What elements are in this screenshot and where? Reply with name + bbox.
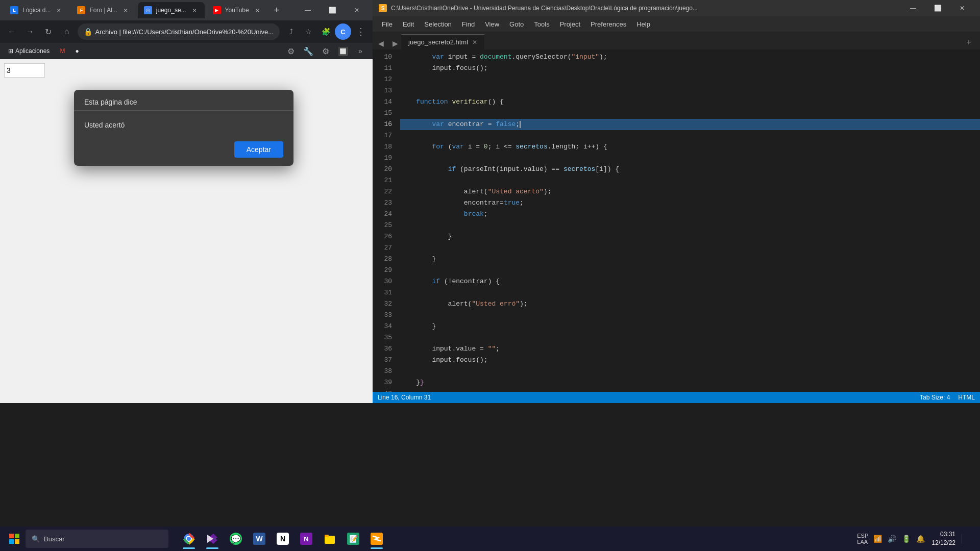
code-line-39[interactable]: }} bbox=[400, 377, 980, 388]
code-line-24[interactable]: break; bbox=[400, 209, 980, 220]
notifications-icon[interactable]: 🔔 bbox=[915, 534, 925, 544]
code-line-33[interactable] bbox=[400, 310, 980, 321]
tab-close-youtube[interactable]: ✕ bbox=[253, 6, 261, 14]
share-button[interactable]: ⤴ bbox=[283, 23, 299, 40]
editor-tab-close[interactable]: ✕ bbox=[472, 39, 477, 46]
editor-next-tab[interactable]: ▶ bbox=[389, 37, 401, 49]
bookmark-aplicaciones[interactable]: ⊞ Aplicaciones bbox=[4, 45, 54, 57]
code-line-37[interactable]: input.focus(); bbox=[400, 355, 980, 366]
browser-maximize-button[interactable]: ⬜ bbox=[321, 2, 344, 18]
volume-icon[interactable]: 🔊 bbox=[887, 534, 897, 544]
editor-close-button[interactable]: ✕ bbox=[950, 1, 974, 15]
tab-youtube[interactable]: ▶ YouTube ✕ bbox=[207, 2, 267, 18]
menu-button[interactable]: ⋮ bbox=[352, 23, 369, 40]
menu-find[interactable]: Find bbox=[457, 18, 480, 30]
menu-goto[interactable]: Goto bbox=[504, 18, 529, 30]
code-lines[interactable]: var input = document.querySelector("inpu… bbox=[398, 49, 980, 392]
code-line-18[interactable]: for (var i = 0; i <= secretos.length; i+… bbox=[400, 141, 980, 153]
menu-preferences[interactable]: Preferences bbox=[585, 18, 631, 30]
address-bar[interactable]: 🔒 Archivo | file:///C:/Users/Cristhian/O… bbox=[78, 23, 280, 40]
code-line-36[interactable]: input.value = ""; bbox=[400, 343, 980, 355]
bookmark-button[interactable]: ☆ bbox=[300, 23, 316, 40]
code-line-30[interactable]: if (!encontrar) { bbox=[400, 276, 980, 287]
code-line-16[interactable]: var encontrar = false; bbox=[400, 119, 980, 130]
taskbar-onenote-icon[interactable]: N bbox=[295, 528, 317, 550]
code-line-23[interactable]: encontrar=true; bbox=[400, 197, 980, 209]
code-line-10[interactable]: var input = document.querySelector("inpu… bbox=[400, 52, 980, 63]
start-button[interactable] bbox=[4, 529, 24, 549]
tab-close-juego[interactable]: ✕ bbox=[190, 6, 199, 14]
taskbar-sublime-icon[interactable] bbox=[365, 528, 388, 550]
code-line-32[interactable]: alert("Usted erró"); bbox=[400, 298, 980, 310]
code-line-12[interactable] bbox=[400, 74, 980, 85]
menu-edit[interactable]: Edit bbox=[398, 18, 419, 30]
tab-favicon-logica: L bbox=[10, 6, 18, 14]
alert-accept-button[interactable]: Aceptar bbox=[234, 141, 283, 158]
code-line-29[interactable] bbox=[400, 265, 980, 276]
menu-help[interactable]: Help bbox=[631, 18, 655, 30]
code-line-17[interactable] bbox=[400, 130, 980, 141]
tab-logica[interactable]: L Lógica d... ✕ bbox=[4, 2, 69, 18]
code-line-28[interactable]: } bbox=[400, 254, 980, 265]
code-line-38[interactable] bbox=[400, 366, 980, 377]
menu-tools[interactable]: Tools bbox=[529, 18, 554, 30]
taskbar-whatsapp-icon[interactable]: 💬 bbox=[225, 528, 247, 550]
browser-close-button[interactable]: ✕ bbox=[345, 2, 369, 18]
refresh-button[interactable]: ↻ bbox=[41, 23, 56, 40]
taskbar-search[interactable]: 🔍 Buscar bbox=[26, 530, 168, 548]
taskbar-explorer-icon[interactable] bbox=[318, 528, 341, 550]
tab-close-foro[interactable]: ✕ bbox=[121, 6, 130, 14]
code-line-19[interactable] bbox=[400, 153, 980, 164]
editor-split-button[interactable]: + bbox=[962, 35, 976, 49]
ext-more[interactable]: » bbox=[352, 43, 369, 59]
code-line-31[interactable] bbox=[400, 287, 980, 298]
code-line-15[interactable] bbox=[400, 108, 980, 119]
back-button[interactable]: ← bbox=[4, 23, 19, 40]
new-tab-button[interactable]: + bbox=[270, 3, 284, 17]
taskbar-word-icon[interactable]: W bbox=[248, 528, 271, 550]
editor-maximize-button[interactable]: ⬜ bbox=[926, 1, 949, 15]
code-line-25[interactable] bbox=[400, 220, 980, 231]
page-input[interactable] bbox=[4, 63, 45, 78]
menu-project[interactable]: Project bbox=[555, 18, 585, 30]
code-line-22[interactable]: alert("Usted acertó"); bbox=[400, 186, 980, 197]
code-line-35[interactable] bbox=[400, 332, 980, 343]
taskbar-notion-icon[interactable]: N bbox=[272, 528, 294, 550]
bookmark-extra[interactable]: ● bbox=[71, 45, 83, 57]
menu-selection[interactable]: Selection bbox=[419, 18, 456, 30]
menu-file[interactable]: File bbox=[377, 18, 398, 30]
code-line-11[interactable]: input.focus(); bbox=[400, 63, 980, 74]
taskbar-vs-icon[interactable] bbox=[201, 528, 224, 550]
editor-tab-juego[interactable]: juego_secreto2.html ✕ bbox=[401, 34, 484, 49]
battery-icon[interactable]: 🔋 bbox=[901, 534, 911, 544]
code-line-21[interactable] bbox=[400, 175, 980, 186]
home-button[interactable]: ⌂ bbox=[59, 23, 75, 40]
bookmark-gmail[interactable]: M bbox=[56, 45, 69, 57]
code-line-13[interactable] bbox=[400, 85, 980, 96]
code-line-14[interactable]: function verificar() { bbox=[400, 96, 980, 108]
extensions-button[interactable]: 🧩 bbox=[317, 23, 334, 40]
ext-icon-1[interactable]: ⚙ bbox=[283, 43, 299, 59]
tab-juego[interactable]: ◎ juego_se... ✕ bbox=[138, 2, 205, 18]
wifi-icon[interactable]: 📶 bbox=[872, 534, 883, 544]
ext-icon-4[interactable]: 🔲 bbox=[335, 43, 351, 59]
code-line-40[interactable] bbox=[400, 388, 980, 392]
tab-foro[interactable]: F Foro | Al... ✕ bbox=[71, 2, 135, 18]
taskbar-chrome-icon[interactable] bbox=[178, 528, 200, 550]
taskbar-notepad-icon[interactable]: 📝 bbox=[342, 528, 364, 550]
menu-view[interactable]: View bbox=[480, 18, 504, 30]
code-line-34[interactable]: } bbox=[400, 321, 980, 332]
editor-minimize-button[interactable]: — bbox=[901, 1, 925, 15]
ext-icon-3[interactable]: ⚙ bbox=[317, 43, 334, 59]
code-line-20[interactable]: if (parseInt(input.value) == secretos[i]… bbox=[400, 164, 980, 175]
tab-close-logica[interactable]: ✕ bbox=[55, 6, 63, 14]
code-line-27[interactable] bbox=[400, 242, 980, 254]
browser-minimize-button[interactable]: — bbox=[296, 2, 320, 18]
editor-prev-tab[interactable]: ◀ bbox=[375, 37, 387, 49]
code-line-26[interactable]: } bbox=[400, 231, 980, 242]
ext-icon-2[interactable]: 🔧 bbox=[300, 43, 316, 59]
show-desktop-button[interactable] bbox=[962, 534, 972, 544]
taskbar-clock[interactable]: 03:31 12/12/22 bbox=[932, 530, 955, 547]
profile-button[interactable]: C bbox=[335, 23, 351, 40]
forward-button[interactable]: → bbox=[22, 23, 38, 40]
